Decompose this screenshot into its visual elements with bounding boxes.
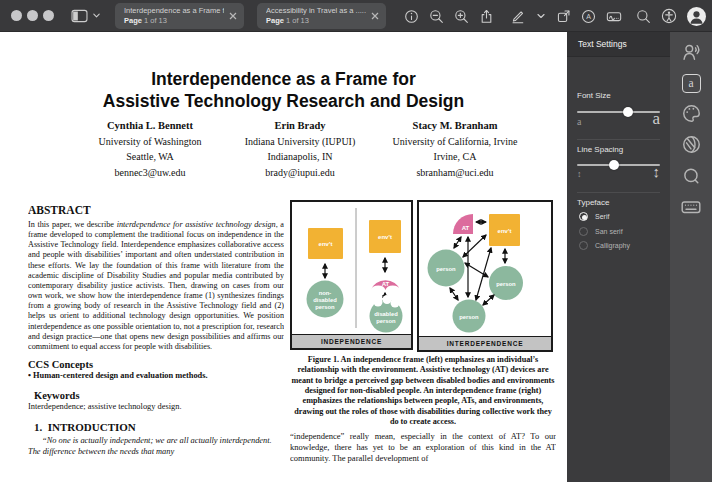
text-settings-panel: Text Settings Font Size a a Line Spacing… [567, 32, 670, 482]
divider [577, 139, 660, 140]
right-column: env't non- disabled person env't AT [290, 200, 556, 482]
line-spacing-slider[interactable] [577, 159, 660, 170]
svg-text:person: person [315, 304, 335, 310]
read-aloud-icon [681, 41, 702, 62]
svg-text:env't: env't [378, 234, 392, 240]
chevron-down-icon [92, 11, 101, 20]
search-button[interactable] [679, 164, 703, 188]
sidebar-icon [71, 9, 88, 23]
theme-palette-button[interactable] [679, 101, 703, 125]
abstract-text: In this paper, we describe interdependen… [28, 220, 284, 352]
figure-1: env't non- disabled person env't AT [290, 200, 556, 352]
window-controls [11, 10, 54, 21]
keywords-heading: Keywords [28, 390, 284, 401]
font-size-slider-thumb[interactable] [623, 107, 633, 117]
figure-interdependence-panel: AT env't person person person [417, 200, 553, 352]
read-aloud-button[interactable] [679, 39, 703, 63]
content-area: Interdependence as a Frame for Assistive… [0, 32, 712, 482]
line-spacing-label: Line Spacing [577, 145, 623, 154]
tab-title: Interdependence as a Frame for ..... [124, 6, 224, 16]
search-icon[interactable] [636, 9, 651, 24]
author-3: Stacy M. Branham University of Californi… [360, 118, 550, 180]
independence-diagram: env't non- disabled person env't AT [292, 202, 411, 334]
signature-icon[interactable] [606, 9, 622, 24]
radio-icon [579, 241, 588, 250]
zoom-out-icon[interactable] [429, 9, 444, 24]
page-theme-button[interactable] [679, 132, 703, 156]
accessibility-icon[interactable] [661, 8, 677, 24]
radio-icon [579, 212, 588, 221]
reader-view-icon[interactable]: A [581, 9, 596, 24]
ccs-heading: CCS Concepts [28, 359, 284, 370]
zoom-window-button[interactable] [43, 10, 54, 21]
svg-text:AT: AT [382, 281, 390, 287]
account-avatar-button[interactable] [687, 7, 706, 26]
tab-page-info: Page 1 of 13 [266, 16, 366, 26]
tab-interdependence[interactable]: Interdependence as a Frame for ..... Pag… [115, 3, 244, 29]
typeface-option-calligraphy[interactable]: Calligraphy [579, 241, 630, 250]
typeface-option-serif[interactable]: Serif [579, 212, 609, 221]
open-in-new-window-icon[interactable] [556, 9, 571, 24]
svg-text:person: person [496, 281, 516, 287]
tab-accessibility-in-travel[interactable]: Accessibility in Travel as a ..... Page … [257, 3, 386, 29]
interdependence-label: INTERDEPENDENCE [419, 336, 551, 350]
keyboard-button[interactable] [679, 195, 703, 219]
keywords-text: Interdependence; assistive technology de… [28, 402, 284, 413]
line-spacing-max-icon: ↕ [653, 164, 661, 181]
minimize-window-button[interactable] [27, 10, 38, 21]
body-text: “independence” really mean, especially i… [290, 431, 556, 464]
typeface-option-sans-serif[interactable]: San serif [579, 227, 623, 236]
pdf-page[interactable]: Interdependence as a Frame for Assistive… [0, 32, 567, 482]
line-spacing-slider-thumb[interactable] [609, 160, 619, 170]
pdf-reader-window: Interdependence as a Frame for ..... Pag… [0, 0, 712, 482]
left-column: ABSTRACT In this paper, we describe inte… [28, 204, 284, 482]
svg-text:disabled: disabled [374, 311, 398, 317]
user-icon [687, 7, 706, 26]
info-icon[interactable] [404, 9, 419, 24]
tab-title: Accessibility in Travel as a ..... [266, 6, 366, 16]
svg-text:A: A [586, 12, 591, 19]
abstract-heading: ABSTRACT [28, 204, 284, 216]
svg-text:person: person [376, 318, 396, 324]
panel-title: Text Settings [567, 32, 670, 57]
divider [577, 192, 660, 193]
figure-independence-panel: env't non- disabled person env't AT [290, 200, 413, 350]
figure-caption: Figure 1. An independence frame (left) e… [290, 355, 556, 427]
font-size-min-icon: a [577, 116, 581, 127]
zoom-in-icon[interactable] [454, 9, 469, 24]
palette-icon [681, 103, 702, 124]
svg-text:AT: AT [462, 225, 470, 231]
close-tab-icon[interactable] [228, 11, 238, 21]
radio-icon [579, 227, 588, 236]
accessibility-toolbar: a [670, 32, 712, 482]
close-tab-icon[interactable] [370, 11, 380, 21]
chevron-down-icon[interactable] [536, 11, 546, 21]
sidebar-toggle-button[interactable] [71, 9, 101, 23]
toolbar: Interdependence as a Frame for ..... Pag… [0, 0, 712, 32]
svg-text:person: person [436, 266, 456, 272]
typeface-label: Typeface [577, 198, 609, 207]
tab-bar: Interdependence as a Frame for ..... Pag… [115, 3, 386, 29]
ccs-item: • Human-centered design and evaluation m… [28, 371, 284, 382]
text-settings-button[interactable]: a [679, 71, 703, 95]
font-size-slider[interactable] [577, 106, 660, 117]
font-size-label: Font Size [577, 91, 611, 100]
independence-label: INDEPENDENCE [292, 334, 411, 348]
text-settings-icon: a [682, 74, 701, 93]
share-icon[interactable] [479, 9, 494, 24]
svg-text:env't: env't [319, 241, 333, 247]
keyboard-icon [680, 196, 702, 218]
introduction-quote: “No one is actually independent; we are … [28, 436, 284, 457]
svg-text:person: person [459, 314, 479, 320]
toolbar-actions: A [404, 0, 706, 32]
tab-page-info: Page 1 of 13 [124, 16, 224, 26]
svg-text:non-: non- [319, 290, 332, 296]
close-window-button[interactable] [11, 10, 22, 21]
page-theme-icon [681, 134, 702, 155]
font-size-max-icon: a [652, 109, 660, 129]
search-icon [681, 166, 702, 187]
introduction-heading: 1. INTRODUCTION [28, 421, 284, 433]
author-block: Cynthia L. Bennett University of Washing… [0, 118, 567, 198]
markup-pencil-icon[interactable] [510, 8, 526, 24]
paper-title: Interdependence as a Frame for Assistive… [0, 68, 567, 112]
